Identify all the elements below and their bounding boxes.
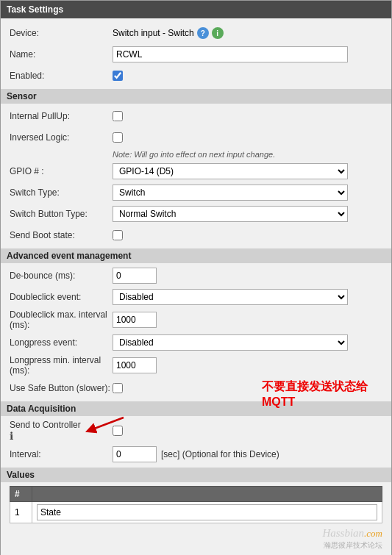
- name-label: Name:: [10, 49, 113, 60]
- interval-unit: [sec] (Optional for this Device): [161, 449, 279, 459]
- debounce-row: De-bounce (ms):: [10, 267, 382, 284]
- longpress-min-input[interactable]: [113, 357, 157, 373]
- switch-button-type-select[interactable]: Normal Switch Push Button Active Low Pus…: [113, 206, 348, 222]
- safe-button-checkbox[interactable]: [113, 383, 123, 393]
- send-to-checkbox[interactable]: [113, 426, 123, 436]
- doubleclick-label: Doubleclick event:: [10, 292, 113, 302]
- send-to-container: Send to Controller ℹ: [10, 420, 382, 442]
- safe-button-label: Use Safe Button (slower):: [10, 383, 113, 393]
- interval-label: Interval:: [10, 449, 113, 459]
- switch-button-type-row: Switch Button Type: Normal Switch Push B…: [10, 205, 382, 223]
- doubleclick-select[interactable]: Disabled Low High Toggle: [113, 289, 348, 305]
- task-settings-window: Task Settings Device: Switch input - Swi…: [0, 0, 392, 555]
- values-section: # 1: [10, 486, 382, 523]
- watermark-sub: 瀚思彼岸技术论坛: [324, 541, 382, 549]
- values-table: # 1: [10, 486, 382, 523]
- longpress-row: Longpress event: Disabled Low High Toggl…: [10, 334, 382, 351]
- switch-button-type-label: Switch Button Type:: [10, 209, 113, 219]
- col-header-name: [32, 487, 382, 502]
- watermark-area: Hassbian.com 瀚思彼岸技术论坛: [10, 523, 382, 552]
- switch-type-label: Switch Type:: [10, 187, 113, 198]
- doubleclick-row: Doubleclick event: Disabled Low High Tog…: [10, 288, 382, 306]
- title-bar: Task Settings: [1, 1, 391, 18]
- send-to-row: Send to Controller ℹ: [10, 420, 382, 442]
- info-icon[interactable]: i: [212, 27, 224, 39]
- state-input[interactable]: [37, 504, 377, 520]
- row-num: 1: [10, 502, 32, 523]
- doubleclick-max-input[interactable]: [113, 312, 157, 328]
- col-header-num: #: [10, 487, 32, 502]
- watermark-brand: Hassbian.com: [322, 526, 382, 539]
- safe-button-row: Use Safe Button (slower):: [10, 379, 382, 397]
- name-input[interactable]: [113, 46, 348, 62]
- gpio-label: GPIO # :: [10, 166, 113, 176]
- send-boot-label: Send Boot state:: [10, 230, 113, 240]
- doubleclick-max-row: Doubleclick max. interval (ms):: [10, 309, 382, 330]
- device-row: Device: Switch input - Switch ? i: [10, 24, 382, 42]
- advanced-header: Advanced event management: [1, 248, 391, 263]
- interval-row: Interval: [sec] (Optional for this Devic…: [10, 445, 382, 463]
- internal-pullup-row: Internal PullUp:: [10, 107, 382, 125]
- safe-button-container: Use Safe Button (slower): 不要直接发送状态给 MQTT: [10, 379, 382, 397]
- gpio-row: GPIO # : GPIO-14 (D5) GPIO-0 GPIO-2 GPIO…: [10, 162, 382, 180]
- internal-pullup-checkbox[interactable]: [113, 111, 123, 121]
- debounce-label: De-bounce (ms):: [10, 271, 113, 281]
- internal-pullup-label: Internal PullUp:: [10, 111, 113, 121]
- data-acquisition-header: Data Acquisition: [1, 401, 391, 416]
- inversed-logic-checkbox[interactable]: [113, 132, 123, 143]
- send-boot-checkbox[interactable]: [113, 230, 123, 240]
- inversed-logic-row: Inversed Logic:: [10, 129, 382, 146]
- send-boot-row: Send Boot state:: [10, 226, 382, 244]
- enabled-label: Enabled:: [10, 71, 113, 81]
- gpio-select[interactable]: GPIO-14 (D5) GPIO-0 GPIO-2 GPIO-4: [113, 163, 348, 179]
- window-title: Task Settings: [7, 4, 63, 15]
- longpress-select[interactable]: Disabled Low High Toggle: [113, 334, 348, 351]
- name-row: Name:: [10, 46, 382, 63]
- inversed-logic-label: Inversed Logic:: [10, 132, 113, 143]
- interval-input[interactable]: [113, 446, 157, 462]
- row-value: [32, 502, 382, 523]
- enabled-row: Enabled:: [10, 67, 382, 85]
- device-label: Device:: [10, 28, 113, 38]
- switch-type-select[interactable]: Switch Button Dimmer: [113, 185, 348, 201]
- longpress-min-row: Longpress min. interval (ms):: [10, 355, 382, 376]
- debounce-input[interactable]: [113, 268, 157, 284]
- doubleclick-max-label: Doubleclick max. interval (ms):: [10, 309, 113, 330]
- longpress-min-label: Longpress min. interval (ms):: [10, 355, 113, 376]
- longpress-label: Longpress event:: [10, 337, 113, 348]
- table-row: 1: [10, 502, 382, 523]
- switch-type-row: Switch Type: Switch Button Dimmer: [10, 184, 382, 201]
- enabled-checkbox[interactable]: [113, 71, 123, 81]
- help-icon[interactable]: ?: [197, 27, 209, 39]
- device-value: Switch input - Switch: [113, 28, 194, 38]
- note-text: Note: Will go into effect on next input …: [113, 150, 382, 159]
- sensor-header: Sensor: [1, 89, 391, 104]
- values-header: Values: [1, 468, 391, 482]
- send-to-label: Send to Controller ℹ: [10, 420, 113, 442]
